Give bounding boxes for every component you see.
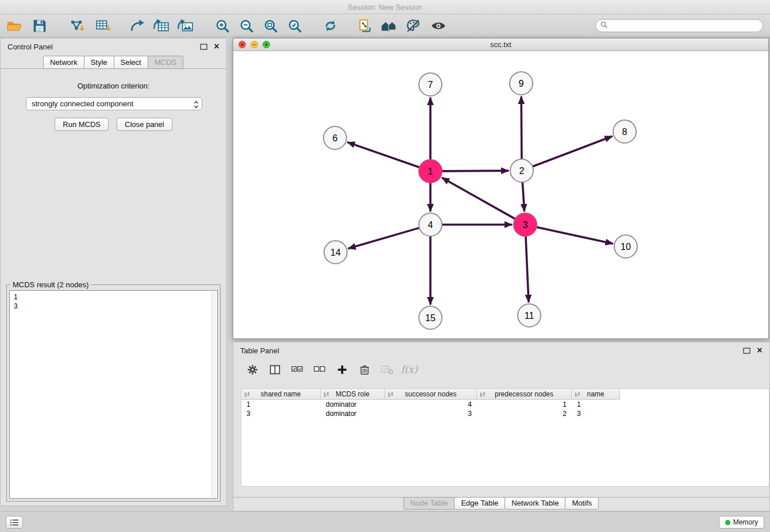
column-header-name[interactable]: name [572, 389, 620, 400]
column-label: shared name [260, 390, 301, 398]
graph-edge-1-6[interactable] [348, 142, 419, 167]
deselect-all-icon[interactable] [312, 362, 327, 377]
graph-edge-3-1[interactable] [442, 178, 515, 219]
refresh-icon[interactable] [322, 17, 339, 34]
zoom-selected-icon[interactable] [286, 17, 303, 34]
minimize-window-icon[interactable] [251, 41, 258, 48]
home-icon[interactable] [380, 17, 398, 34]
function-builder-icon: f(x) [402, 362, 417, 377]
column-label: name [587, 390, 604, 398]
graph-edge-2-9[interactable] [521, 97, 522, 159]
application-window: Session: New Session [0, 0, 770, 532]
graph-node-8[interactable]: 8 [613, 120, 636, 143]
column-header-mcds-role[interactable]: MCDS role [321, 389, 385, 400]
table-panel-float-icon[interactable] [743, 348, 750, 354]
tab-network[interactable]: Network [43, 56, 84, 69]
graph-node-1[interactable]: 1 [419, 160, 442, 183]
criterion-select[interactable]: strongly connected component [26, 97, 202, 110]
graph-edge-4-14[interactable] [349, 228, 419, 248]
search-box[interactable] [595, 19, 763, 32]
graph-node-14[interactable]: 14 [324, 241, 347, 264]
memory-button[interactable]: Memory [719, 516, 764, 529]
delete-row-icon[interactable] [357, 362, 372, 377]
graph-edge-2-8[interactable] [533, 137, 612, 167]
network-graph[interactable]: 7968124314101511 [233, 51, 768, 338]
export-table-icon[interactable] [153, 17, 170, 34]
column-header-successor-nodes[interactable]: successor nodes [385, 389, 477, 400]
table-cell[interactable]: 3 [241, 409, 321, 418]
close-window-icon[interactable] [238, 41, 246, 48]
node-table: shared nameMCDS rolesuccessor nodesprede… [241, 388, 769, 487]
graph-edge-3-11[interactable] [526, 237, 529, 302]
window-title: Session: New Session [348, 3, 422, 11]
graph-node-10[interactable]: 10 [614, 235, 637, 258]
eye-icon[interactable] [430, 17, 447, 34]
result-scrollbar[interactable] [211, 291, 217, 498]
export-network-icon[interactable] [129, 17, 146, 34]
graph-node-3[interactable]: 3 [514, 213, 537, 236]
table-cell[interactable]: 1 [477, 400, 572, 409]
table-cell[interactable]: 4 [385, 400, 477, 409]
graph-node-15[interactable]: 15 [419, 306, 442, 329]
import-network-icon[interactable] [68, 17, 85, 34]
tab-motifs[interactable]: Motifs [565, 497, 599, 510]
select-all-icon[interactable] [290, 362, 305, 377]
zoom-out-icon[interactable] [238, 17, 255, 34]
close-panel-button[interactable]: Close panel [117, 118, 172, 131]
graph-edge-3-10[interactable] [537, 227, 613, 243]
graph-node-9[interactable]: 9 [510, 72, 533, 95]
column-chooser-icon[interactable] [267, 362, 282, 377]
export-image-icon[interactable] [177, 17, 194, 34]
network-window-titlebar[interactable]: scc.txt [233, 38, 768, 51]
control-panel-float-icon[interactable] [200, 44, 207, 50]
import-table-icon[interactable] [94, 17, 111, 34]
svg-text:14: 14 [330, 248, 341, 257]
zoom-window-icon[interactable] [263, 41, 270, 48]
graphics-details-icon[interactable] [405, 17, 422, 34]
control-panel-close-icon[interactable] [213, 43, 221, 51]
graph-edge-1-2[interactable] [442, 171, 508, 171]
table-cell[interactable]: 1 [241, 400, 321, 409]
graph-node-6[interactable]: 6 [324, 126, 346, 149]
table-cell[interactable]: 3 [385, 409, 477, 418]
network-canvas[interactable]: 7968124314101511 [233, 51, 768, 338]
memory-status-dot [725, 520, 730, 525]
table-panel: Table Panel [233, 342, 770, 511]
tab-network-table[interactable]: Network Table [505, 497, 565, 510]
save-session-icon[interactable] [31, 17, 48, 34]
mcds-result-area[interactable]: 13 [9, 290, 218, 499]
zoom-fit-icon[interactable] [262, 17, 279, 34]
graph-node-4[interactable]: 4 [419, 213, 442, 236]
open-session-icon[interactable] [6, 17, 23, 34]
search-input[interactable] [611, 21, 758, 30]
zoom-in-icon[interactable] [214, 17, 231, 34]
tab-mcds[interactable]: MCDS [148, 56, 183, 69]
panel-list-button[interactable] [6, 516, 23, 529]
svg-text:1: 1 [428, 167, 433, 176]
graph-node-11[interactable]: 11 [518, 304, 541, 327]
mcds-result-group: MCDS result (2 nodes) 13 [6, 284, 221, 502]
add-row-icon[interactable] [334, 362, 349, 377]
tab-edge-table[interactable]: Edge Table [454, 497, 505, 510]
settings-gear-icon[interactable] [245, 362, 260, 377]
graph-node-2[interactable]: 2 [510, 159, 533, 182]
run-mcds-button[interactable]: Run MCDS [55, 118, 109, 131]
graph-node-7[interactable]: 7 [419, 73, 442, 96]
tab-select[interactable]: Select [114, 56, 148, 69]
table-cell[interactable]: 3 [572, 409, 620, 418]
column-header-predecessor-nodes[interactable]: predecessor nodes [477, 389, 572, 400]
table-panel-close-icon[interactable] [756, 346, 764, 354]
table-cell[interactable]: 2 [477, 409, 572, 418]
table-row[interactable]: 1dominator411 [241, 400, 769, 409]
tab-style[interactable]: Style [84, 56, 114, 69]
table-cell[interactable]: dominator [321, 400, 385, 409]
svg-text:8: 8 [622, 127, 627, 137]
clone-network-icon[interactable] [356, 17, 374, 34]
node-table-body: 1dominator4113dominator323 [241, 400, 769, 418]
table-row[interactable]: 3dominator323 [241, 409, 769, 418]
graph-edge-2-3[interactable] [522, 183, 524, 211]
table-cell[interactable]: dominator [321, 409, 385, 418]
column-header-shared-name[interactable]: shared name [241, 389, 321, 400]
table-cell[interactable]: 1 [572, 400, 620, 409]
tab-node-table[interactable]: Node Table [403, 497, 455, 510]
